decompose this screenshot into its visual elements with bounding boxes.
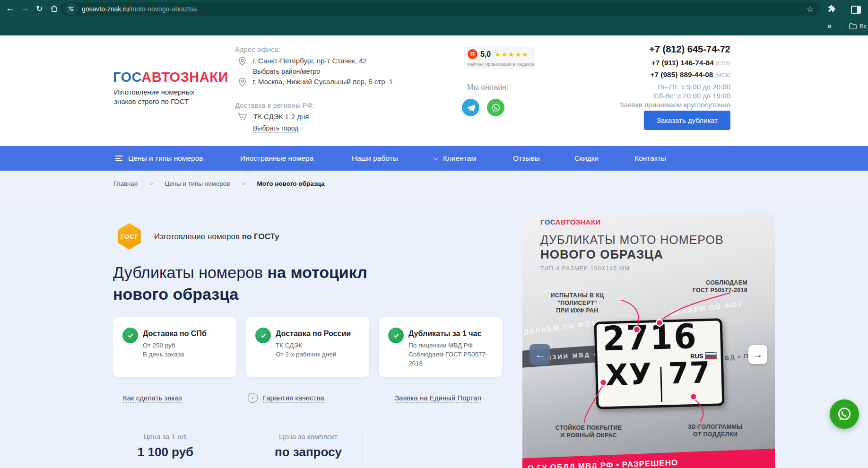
- breadcrumb-home[interactable]: Главная: [113, 180, 138, 187]
- card-title: Доставка по России: [276, 329, 351, 338]
- card-line: В день заказа: [143, 350, 184, 359]
- promo-banner: О ГУ ОБДД МВД РФ • РАЗРЕШЕНО: [522, 448, 775, 468]
- extensions-icon[interactable]: [825, 2, 838, 15]
- nav-label: Цены и типы номеров: [128, 154, 203, 163]
- url-bar[interactable]: gosavto-znak.ru/moto-novogo-obraztsa ☆: [60, 2, 820, 16]
- nav-item-works[interactable]: Наши работы: [352, 146, 398, 171]
- label-line: И РОВНЫЙ ОКРАС: [555, 432, 622, 439]
- location-pin-icon: [239, 57, 246, 66]
- label-holograms: 3D-ГОЛОГРАММЫ ОТ ПОДДЕЛКИ: [688, 423, 743, 438]
- portal-request-link[interactable]: Заявка на Единый Портал: [395, 394, 481, 402]
- card-body: По лицензии МВД РФ Соблюдаем ГОСТ Р50577…: [408, 341, 487, 368]
- phone-spb-note: (СПб): [716, 61, 730, 66]
- side-panel-icon[interactable]: [851, 6, 861, 14]
- whatsapp-icon[interactable]: [487, 99, 504, 116]
- breadcrumb-current: Мото нового образца: [257, 180, 325, 187]
- logo-tagline: Изготовление номерных знаков строго по Г…: [114, 87, 194, 106]
- card-body: ТК СДЭК От 2-х рабочих дней: [276, 341, 336, 359]
- promo-subtitle: ТИП-4 РАЗМЕР 190X145 ММ: [540, 265, 630, 272]
- card-title: Дубликаты за 1 час: [408, 329, 481, 338]
- price-single: Цена за 1 шт. 1 100 руб: [99, 433, 232, 459]
- watermark-text: ДЕЛАЕМ ПО ФОТО: [523, 318, 603, 336]
- folder-icon[interactable]: [849, 23, 857, 31]
- price-set-value: по запросу: [242, 445, 374, 459]
- tagline-line1: Изготовление номерных: [114, 87, 194, 97]
- nav-item-reviews[interactable]: Отзывы: [513, 146, 540, 171]
- rating-top-row: Я 5,0 ★★★★★: [468, 49, 529, 59]
- nav-item-contacts[interactable]: Контакты: [634, 146, 666, 171]
- plate-letters: ХУ: [605, 356, 653, 392]
- label-line: ПРИ ИХФ РАН: [530, 307, 625, 314]
- site-logo[interactable]: ГОСАВТОЗНАКИ: [113, 69, 228, 85]
- section-divider: [113, 419, 503, 419]
- order-duplicate-button[interactable]: Заказать дубликат: [644, 111, 730, 130]
- chevron-down-icon: [433, 155, 438, 160]
- home-icon[interactable]: [47, 2, 61, 15]
- delivery-row: ТК СДЭК 1-2 дня: [237, 112, 309, 121]
- site-settings-icon[interactable]: [65, 3, 77, 15]
- price-set-label: Цена за комплект: [242, 433, 374, 441]
- carousel-next-button[interactable]: →: [748, 345, 767, 364]
- feature-card-duplicates: Дубликаты за 1 час По лицензии МВД РФ Со…: [379, 317, 502, 377]
- phones-block: +7 (812) 645-74-72 +7 (911) 146-74-84 (С…: [620, 44, 730, 109]
- browser-toolbar: ← → ↻ gosavto-znak.ru/moto-novogo-obrazt…: [0, 0, 868, 18]
- phone-spb[interactable]: +7 (911) 146-74-84 (СПб): [620, 59, 730, 67]
- messengers-row: [462, 99, 504, 116]
- url-text: gosavto-znak.ru/moto-novogo-obraztsa: [82, 5, 197, 13]
- how-to-order-link[interactable]: Как сделать заказ: [123, 394, 182, 402]
- info-icon: i: [248, 393, 258, 403]
- nav-label: Скидки: [574, 154, 599, 163]
- yandex-icon: Я: [468, 49, 477, 59]
- nav-item-prices[interactable]: Цены и типы номеров: [115, 146, 203, 171]
- label-gost: СОБЛЮДАЕМ ГОСТ Р50577-2018: [691, 279, 747, 294]
- quality-guarantee-link[interactable]: Гарантия качества: [263, 394, 324, 402]
- breadcrumb-separator: >: [149, 181, 153, 187]
- select-city-link[interactable]: Выбрать город: [253, 124, 298, 133]
- telegram-icon[interactable]: [462, 99, 479, 116]
- breadcrumb-parent[interactable]: Цены и типы номеров: [165, 180, 230, 187]
- breadcrumb-separator: >: [242, 181, 245, 187]
- bookmarks-overflow-icon[interactable]: »: [827, 22, 832, 30]
- bookmark-star-icon[interactable]: ☆: [807, 4, 814, 14]
- promo-logo-gos: ГОС: [540, 218, 556, 226]
- rating-value: 5,0: [480, 50, 491, 59]
- nav-item-clients[interactable]: Клиентам: [434, 146, 476, 171]
- yandex-rating-badge[interactable]: Я 5,0 ★★★★★ Рейтинг организации в Яндекс…: [464, 46, 535, 69]
- url-domain: gosavto-znak.ru: [82, 5, 129, 13]
- select-district-link[interactable]: Выбрать район/метро: [253, 68, 320, 76]
- office-address-label: Адрес офиса:: [235, 45, 280, 53]
- nav-item-discounts[interactable]: Скидки: [574, 146, 599, 171]
- breadcrumb-bar: Главная > Цены и типы номеров > Мото нов…: [0, 171, 868, 199]
- promo-title-line1: ДУБЛИКАТЫ МОТО НОМЕРОВ: [540, 233, 724, 247]
- label-line: ИСПЫТАНЫ В КЦ "ПОЛИСЕРТ": [530, 292, 625, 307]
- card-line: От 2-х рабочих дней: [276, 350, 336, 359]
- promo-logo: ГОСАВТОЗНАКИ: [540, 218, 601, 226]
- forward-icon[interactable]: →: [18, 2, 31, 15]
- nav-label: Наши работы: [352, 154, 398, 163]
- nav-label: Иностранные номера: [240, 154, 313, 163]
- price-single-label: Цена за 1 шт.: [99, 433, 232, 441]
- carousel-prev-button[interactable]: ←: [529, 344, 550, 365]
- address-spb-row: г. Санкт-Петербург, пр-т Стачек, 42: [239, 57, 367, 66]
- hours-weekdays: Пн-Пт: с 9:00 до 20:00: [620, 82, 730, 91]
- label-coating: СТОЙКОЕ ПОКРЫТИЕ И РОВНЫЙ ОКРАС: [555, 424, 622, 439]
- bookmarks-folder-label[interactable]: Вс: [859, 23, 867, 30]
- working-hours: Пн-Пт: с 9:00 до 20:00 Сб-Вс: с 10:00 до…: [620, 82, 730, 109]
- promo-carousel-slide: ГОСАВТОЗНАКИ ДУБЛИКАТЫ МОТО НОМЕРОВ НОВО…: [522, 213, 775, 468]
- back-icon[interactable]: ←: [3, 2, 17, 15]
- card-line: От 250 руб: [143, 341, 184, 350]
- phone-msk[interactable]: +7 (985) 889-44-08 (МСК): [620, 70, 730, 79]
- nav-item-foreign[interactable]: Иностранные номера: [240, 146, 313, 171]
- bookmarks-bar: » Вс: [0, 18, 868, 35]
- url-path: /moto-novogo-obraztsa: [129, 5, 197, 13]
- watermark-text: ДЕЛАЕМ ПО ФОТ: [670, 300, 744, 317]
- toolbar-separator: [844, 4, 844, 14]
- reload-icon[interactable]: ↻: [33, 2, 46, 15]
- online-label: Мы онлайн:: [467, 83, 508, 92]
- bookmarks-separator: [842, 22, 842, 32]
- whatsapp-icon: [836, 406, 853, 423]
- whatsapp-float-button[interactable]: [830, 399, 859, 429]
- address-msk-row: г. Москва, Нижний Сусальный пер, 5 стр. …: [239, 78, 393, 87]
- phone-main[interactable]: +7 (812) 645-74-72: [620, 44, 730, 55]
- check-icon: [255, 328, 271, 343]
